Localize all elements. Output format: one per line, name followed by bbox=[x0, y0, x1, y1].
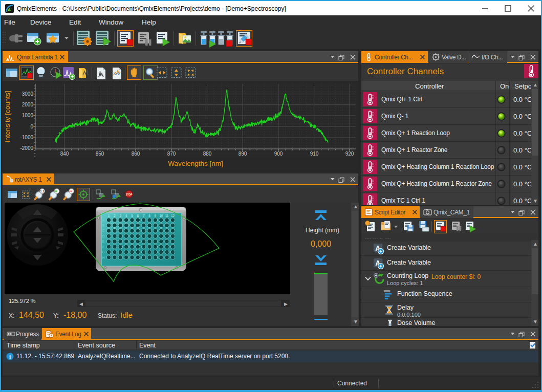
svg-text:900: 900 bbox=[274, 151, 283, 157]
svg-text:6: 6 bbox=[137, 214, 139, 217]
svg-text:Intensity [counts]: Intensity [counts] bbox=[4, 91, 11, 142]
svg-text:F: F bbox=[102, 245, 104, 249]
svg-text:870: 870 bbox=[167, 151, 176, 157]
svg-text:890: 890 bbox=[239, 151, 247, 157]
svg-text:0: 0 bbox=[30, 124, 33, 129]
svg-text:2000: 2000 bbox=[22, 102, 34, 107]
svg-text:920: 920 bbox=[345, 151, 354, 157]
svg-text:1000: 1000 bbox=[22, 113, 34, 118]
svg-text:8: 8 bbox=[148, 214, 150, 217]
svg-text:-2000: -2000 bbox=[20, 145, 33, 151]
svg-text:11: 11 bbox=[165, 214, 169, 217]
svg-text:D: D bbox=[102, 234, 105, 238]
svg-text:910: 910 bbox=[310, 151, 319, 157]
svg-text:A: A bbox=[102, 219, 105, 222]
svg-text:4: 4 bbox=[125, 214, 127, 217]
svg-text:3000: 3000 bbox=[22, 91, 34, 97]
svg-text:STOP: STOP bbox=[126, 193, 132, 196]
svg-text:5: 5 bbox=[131, 214, 133, 217]
svg-text:Wavelengths [nm]: Wavelengths [nm] bbox=[168, 160, 223, 167]
svg-text:1.1: 1.1 bbox=[40, 190, 45, 193]
svg-text:7: 7 bbox=[143, 214, 145, 217]
svg-text:B: B bbox=[102, 224, 104, 227]
svg-text:H: H bbox=[102, 256, 105, 259]
svg-text:G: G bbox=[102, 250, 104, 254]
svg-text:840: 840 bbox=[60, 151, 69, 157]
svg-text:3: 3 bbox=[119, 214, 121, 217]
svg-text:2: 2 bbox=[114, 214, 116, 217]
svg-text:860: 860 bbox=[132, 151, 140, 157]
svg-text:9: 9 bbox=[155, 214, 157, 217]
svg-text:i: i bbox=[9, 354, 11, 360]
svg-text:10: 10 bbox=[159, 214, 163, 217]
svg-text:-1000: -1000 bbox=[20, 135, 33, 140]
svg-text:880: 880 bbox=[203, 151, 212, 157]
svg-text:E: E bbox=[102, 239, 105, 243]
svg-text:850: 850 bbox=[96, 151, 104, 157]
svg-text:C: C bbox=[102, 229, 105, 232]
svg-text:1: 1 bbox=[108, 214, 110, 217]
svg-text:12: 12 bbox=[171, 214, 175, 217]
